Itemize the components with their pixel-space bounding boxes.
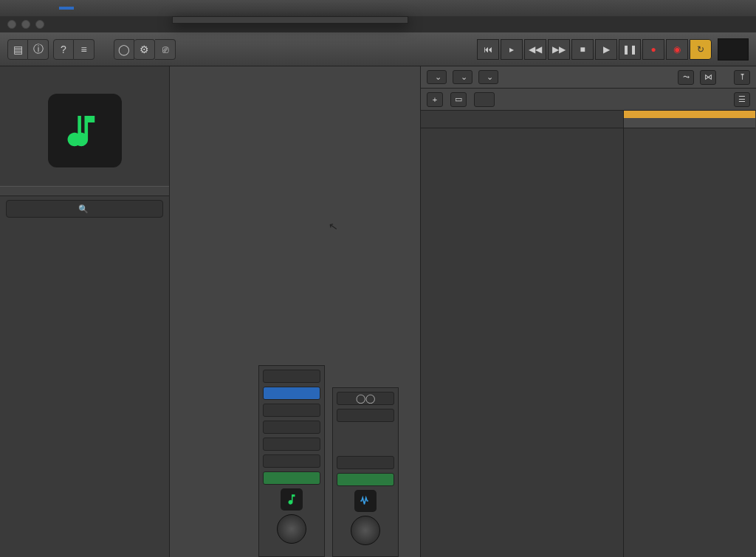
midifx-slot[interactable] (263, 370, 320, 383)
flex-button[interactable]: ⋈ (700, 70, 716, 85)
chevron-down-icon: ⌄ (487, 72, 493, 82)
menu-mix[interactable] (103, 7, 118, 10)
toolbar-button[interactable]: ≡ (74, 39, 94, 60)
pause-button[interactable]: ❚❚ (619, 39, 641, 60)
traffic-light-close[interactable] (7, 20, 16, 29)
menu-view[interactable] (118, 7, 133, 10)
forward-button[interactable]: ▶▶ (548, 39, 570, 60)
capture-record-button[interactable]: ◉ (666, 39, 688, 60)
solo-button[interactable] (474, 92, 495, 107)
play-button[interactable]: ▶ (595, 39, 617, 60)
go-to-start-button[interactable]: ⏮ (477, 39, 499, 60)
record-button[interactable]: ● (642, 39, 664, 60)
menu-1[interactable] (148, 7, 162, 10)
library-title (0, 66, 169, 75)
instrument-slot[interactable] (263, 387, 320, 400)
functions-menu[interactable]: ⌄ (453, 70, 472, 84)
stop-button[interactable]: ■ (571, 39, 594, 60)
smart-controls-button[interactable]: ◯ (114, 39, 134, 60)
cycle-region[interactable] (624, 111, 755, 118)
ruler[interactable] (624, 111, 755, 128)
traffic-light-zoom[interactable] (35, 20, 44, 29)
channel-strip-4[interactable]: ◯◯ (332, 387, 399, 557)
menu-help[interactable] (162, 7, 177, 10)
channel-strip-3[interactable] (258, 365, 325, 557)
mixer-button[interactable]: ⚙ (134, 39, 155, 60)
catch-button[interactable]: ⤒ (734, 70, 750, 85)
group-slot-2[interactable] (337, 456, 394, 469)
track-menu-dropdown[interactable] (172, 16, 408, 24)
arrange-regions[interactable] (624, 111, 756, 557)
tracks-area: ⌄ ⌄ ⌄ ⤳ ⋈ ⤒ + ▭ ☰ (421, 66, 756, 557)
search-icon: 🔍 (78, 204, 89, 214)
stereo-link-icon[interactable]: ◯◯ (337, 392, 394, 405)
pan-knob[interactable] (277, 514, 306, 544)
library-panel: 🔍 (0, 66, 170, 557)
output-slot[interactable] (263, 437, 320, 451)
pan-knob-2[interactable] (351, 516, 380, 545)
control-bar: ▤ ⓘ ? ≡ ◯ ⚙ ⎚ ⏮ ▸ ◀◀ ▶▶ ■ ▶ ❚❚ ● ◉ ↻ (0, 32, 756, 66)
library-artwork (0, 75, 169, 186)
automation-slot[interactable] (263, 471, 320, 485)
traffic-light-minimize[interactable] (21, 20, 30, 29)
track-header-config-button[interactable]: ☰ (734, 92, 750, 107)
inspector-button[interactable]: ⓘ (28, 39, 49, 60)
sounds-list (0, 221, 169, 557)
send-slot[interactable] (263, 421, 320, 434)
menu-app[interactable] (15, 7, 30, 10)
menu-navigate[interactable] (74, 7, 89, 10)
menu-edit[interactable] (44, 7, 59, 10)
automation-slot-2[interactable] (337, 473, 394, 486)
channel-icon-note (281, 488, 303, 511)
audiofx-slot[interactable] (263, 404, 320, 417)
rewind-button[interactable]: ◀◀ (524, 39, 546, 60)
track-headers (421, 111, 624, 557)
group-slot[interactable] (263, 454, 320, 468)
cycle-button[interactable]: ↻ (690, 39, 712, 60)
library-button[interactable]: ▤ (7, 39, 28, 60)
chevron-down-icon: ⌄ (435, 72, 441, 82)
menu-record[interactable] (89, 7, 103, 10)
macos-menubar (0, 0, 756, 16)
search-sounds-input[interactable]: 🔍 (6, 200, 163, 218)
duplicate-track-button[interactable]: ▭ (450, 92, 467, 107)
editors-button[interactable]: ⎚ (155, 39, 176, 60)
channel-icon-wave (354, 490, 377, 512)
audiofx-slot-2[interactable] (337, 409, 394, 422)
chevron-down-icon: ⌄ (461, 72, 467, 82)
view-menu[interactable]: ⌄ (478, 70, 498, 84)
menu-track[interactable] (59, 7, 74, 10)
play-from-start-button[interactable]: ▸ (501, 39, 523, 60)
sounds-title (0, 186, 169, 196)
menu-file[interactable] (30, 7, 44, 10)
help-button[interactable]: ? (53, 39, 74, 60)
transport-controls: ⏮ ▸ ◀◀ ▶▶ ■ ▶ ❚❚ ● ◉ ↻ (477, 32, 749, 66)
add-track-button[interactable]: + (427, 92, 443, 107)
lcd-display[interactable] (718, 38, 749, 60)
menu-window[interactable] (133, 7, 148, 10)
inspector-mixer-panel: ◯◯ (170, 66, 421, 557)
edit-menu[interactable]: ⌄ (427, 70, 447, 84)
automation-button[interactable]: ⤳ (678, 70, 694, 85)
music-note-icon (48, 94, 122, 167)
